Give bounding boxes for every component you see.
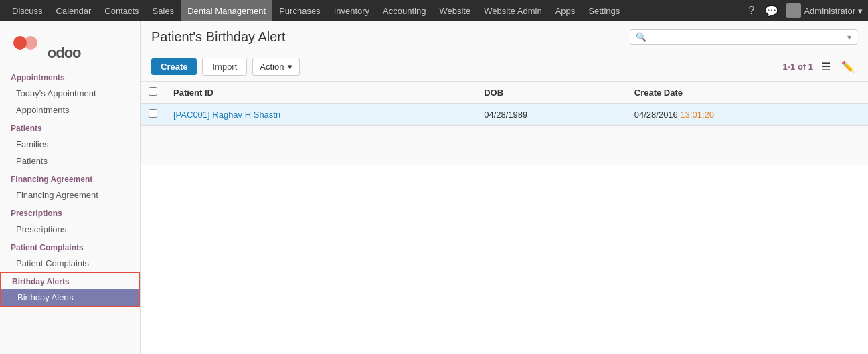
sidebar-item-financing-agreement[interactable]: Financing Agreement: [0, 187, 140, 203]
action-chevron-icon: ▾: [288, 62, 292, 72]
data-table: Patient ID DOB Create Date [PAC001] Ragh…: [141, 82, 868, 125]
nav-item-website[interactable]: Website: [432, 0, 477, 21]
nav-item-website-admin[interactable]: Website Admin: [477, 0, 548, 21]
pagination-info: 1-1 of 1: [782, 62, 813, 72]
nav-item-sales[interactable]: Sales: [146, 0, 181, 21]
header-checkbox-col: [141, 82, 165, 104]
header-dob[interactable]: DOB: [476, 82, 626, 104]
nav-item-settings[interactable]: Settings: [582, 0, 626, 21]
sidebar-item-prescriptions[interactable]: Prescriptions: [0, 221, 140, 238]
table-container: Patient ID DOB Create Date [PAC001] Ragh…: [141, 82, 868, 354]
sidebar-item-patients[interactable]: Patients: [0, 153, 140, 169]
odoo-text: odoo: [48, 44, 81, 61]
admin-label: Administrator: [804, 6, 855, 16]
row-dob: 04/28/1989: [476, 104, 626, 125]
help-icon[interactable]: ?: [746, 5, 758, 17]
toolbar-right: 1-1 of 1 ☰ ✏️: [782, 59, 857, 74]
row-patient-id[interactable]: [PAC001] Raghav H Shastri: [165, 104, 476, 125]
sidebar-logo: odoo: [0, 21, 140, 68]
nav-item-accounting[interactable]: Accounting: [376, 0, 432, 21]
sidebar-item-appointments[interactable]: Appointments: [0, 102, 140, 118]
action-label: Action: [260, 62, 284, 72]
row-create-date: 04/28/2016 13:01:20: [626, 104, 868, 125]
table-header-row: Patient ID DOB Create Date: [141, 82, 868, 104]
sidebar-section-title-patients: Patients: [0, 118, 140, 136]
sidebar-section-birthday-alerts: Birthday Alerts Birthday Alerts: [0, 272, 140, 307]
sidebar-section-title-prescriptions: Prescriptions: [0, 203, 140, 221]
create-button[interactable]: Create: [151, 58, 197, 75]
row-checkbox-cell: [141, 104, 165, 125]
search-dropdown-arrow[interactable]: ▾: [847, 33, 851, 42]
admin-dropdown[interactable]: Administrator ▾: [786, 3, 863, 18]
top-navigation: Discuss Calendar Contacts Sales Dental M…: [0, 0, 868, 21]
sidebar-section-title-appointments: Appointments: [0, 68, 140, 85]
action-dropdown[interactable]: Action ▾: [252, 58, 300, 76]
edit-view-icon[interactable]: ✏️: [839, 59, 857, 74]
sidebar-section-patient-complaints: Patient Complaints Patient Complaints: [0, 238, 140, 272]
nav-item-discuss[interactable]: Discuss: [5, 0, 50, 21]
table-row[interactable]: [PAC001] Raghav H Shastri 04/28/1989 04/…: [141, 104, 868, 125]
sidebar: odoo Appointments Today's Appointment Ap…: [0, 21, 141, 354]
nav-item-purchases[interactable]: Purchases: [272, 0, 327, 21]
create-date-black: 04/28/2016: [634, 110, 681, 120]
header-patient-id[interactable]: Patient ID: [165, 82, 476, 104]
top-nav-right: ? 💬 Administrator ▾: [746, 3, 863, 18]
page-header: Patient's Birthday Alert 🔍 ▾: [141, 21, 868, 52]
nav-item-apps[interactable]: Apps: [549, 0, 582, 21]
svg-point-1: [24, 36, 37, 50]
sidebar-item-birthday-alerts[interactable]: Birthday Alerts: [1, 289, 139, 306]
nav-item-contacts[interactable]: Contacts: [98, 0, 145, 21]
admin-avatar: [786, 3, 801, 18]
sidebar-item-todays-appointment[interactable]: Today's Appointment: [0, 85, 140, 102]
admin-chevron-icon: ▾: [858, 6, 863, 16]
page-title: Patient's Birthday Alert: [151, 29, 286, 45]
list-view-icon[interactable]: ☰: [818, 59, 833, 74]
row-checkbox[interactable]: [149, 109, 157, 118]
nav-item-calendar[interactable]: Calendar: [50, 0, 98, 21]
import-button[interactable]: Import: [202, 58, 247, 76]
search-bar[interactable]: 🔍 ▾: [630, 29, 857, 45]
header-create-date[interactable]: Create Date: [626, 82, 868, 104]
sidebar-section-patients: Patients Families Patients: [0, 118, 140, 169]
toolbar: Create Import Action ▾ 1-1 of 1 ☰ ✏️: [141, 52, 868, 82]
sidebar-section-appointments: Appointments Today's Appointment Appoint…: [0, 68, 140, 118]
main-layout: odoo Appointments Today's Appointment Ap…: [0, 21, 868, 354]
nav-item-dental-management[interactable]: Dental Management: [181, 0, 272, 21]
nav-item-inventory[interactable]: Inventory: [327, 0, 376, 21]
sidebar-section-title-financing: Financing Agreement: [0, 169, 140, 187]
sidebar-section-prescriptions: Prescriptions Prescriptions: [0, 203, 140, 238]
sidebar-item-families[interactable]: Families: [0, 136, 140, 153]
sidebar-section-financing: Financing Agreement Financing Agreement: [0, 169, 140, 203]
search-input[interactable]: [649, 32, 847, 42]
odoo-logo-circle: [11, 28, 40, 62]
sidebar-resize-handle[interactable]: [137, 21, 140, 354]
search-icon: 🔍: [636, 32, 646, 42]
select-all-checkbox[interactable]: [149, 87, 157, 96]
odoo-logo: odoo: [11, 28, 81, 62]
chat-icon[interactable]: 💬: [762, 5, 781, 17]
sidebar-section-title-patient-complaints: Patient Complaints: [0, 238, 140, 255]
create-date-orange: 13:01:20: [680, 110, 714, 120]
sidebar-section-title-birthday-alerts: Birthday Alerts: [1, 273, 139, 289]
main-content: Patient's Birthday Alert 🔍 ▾ Create Impo…: [141, 21, 868, 354]
empty-area: [141, 125, 868, 165]
patient-id-link[interactable]: [PAC001] Raghav H Shastri: [173, 110, 280, 120]
sidebar-item-patient-complaints[interactable]: Patient Complaints: [0, 255, 140, 272]
